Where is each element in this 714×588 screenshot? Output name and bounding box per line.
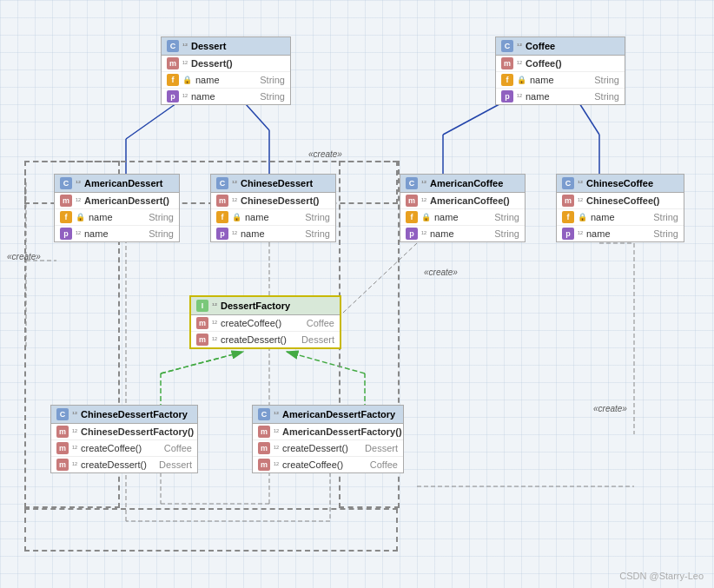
ac-f-badge: f	[406, 211, 418, 223]
ac-constructor-row: m ¹² AmericanCoffee()	[400, 193, 525, 209]
adf-header: C ¹² AmericanDessertFactory	[253, 406, 403, 424]
cc-badge-c: C	[562, 177, 574, 189]
adf-method2-row: m ¹² createCoffee() Coffee	[253, 457, 403, 472]
american-coffee-header: C ¹² AmericanCoffee	[400, 175, 525, 193]
chinese-dessert-factory-class: C ¹² ChineseDessertFactory m ¹² ChineseD…	[50, 405, 198, 473]
watermark: CSDN @Starry-Leo	[619, 571, 704, 581]
american-dessert-header: C ¹² AmericanDessert	[55, 175, 179, 193]
ac-field2-type: String	[487, 228, 519, 239]
dessert-constructor-row: m ¹² Dessert()	[162, 56, 290, 72]
dessert-field2-row: p ¹² name String	[162, 89, 290, 104]
ac-constructor: AmericanCoffee()	[430, 195, 510, 206]
cd-field1-row: f 🔒 name String	[211, 209, 335, 226]
cd-f-badge: f	[216, 211, 228, 223]
dessert-badge-small: ¹²	[182, 42, 188, 50]
ad-lock: 🔒	[76, 213, 85, 221]
cdf-constructor-row: m ¹² ChineseDessertFactory()	[51, 424, 197, 440]
dessert-f-badge: f	[167, 74, 179, 86]
cdf-title: ChineseDessertFactory	[81, 409, 188, 420]
cdf-badge-c: C	[56, 408, 69, 420]
ac-field2-name: name	[430, 228, 454, 239]
adf-method1-row: m ¹² createDessert() Dessert	[253, 440, 403, 457]
coffee-m-badge: m	[501, 57, 513, 69]
df-method2-name: createDessert()	[221, 334, 287, 345]
ac-field1-row: f 🔒 name String	[400, 209, 525, 226]
dessert-field1-row: f 🔒 name String	[162, 72, 290, 89]
cc-field1-row: f 🔒 name String	[557, 209, 684, 226]
ac-badge-c: C	[406, 177, 418, 189]
dessert-p-badge: p	[167, 90, 179, 102]
cd-constructor-row: m ¹² ChineseDessert()	[211, 193, 335, 209]
cc-field2-name: name	[586, 228, 611, 239]
adf-constructor-row: m ¹² AmericanDessertFactory()	[253, 424, 403, 440]
cdf-method2-type: Dessert	[152, 459, 192, 470]
cc-field2-type: String	[646, 228, 678, 239]
dessert-header: C ¹² Dessert	[162, 37, 290, 56]
svg-line-15	[161, 352, 243, 373]
american-coffee-title: AmericanCoffee	[430, 178, 503, 188]
chinese-coffee-title: ChineseCoffee	[586, 178, 653, 188]
coffee-p-badge: p	[501, 90, 513, 102]
chinese-coffee-header: C ¹² ChineseCoffee	[557, 175, 684, 193]
chinese-coffee-class: C ¹² ChineseCoffee m ¹² ChineseCoffee() …	[556, 174, 684, 242]
coffee-field1-type: String	[587, 75, 619, 85]
cd-field1-type: String	[298, 212, 330, 222]
svg-line-14	[287, 352, 365, 373]
cdf-m-badge3: m	[56, 459, 69, 471]
cd-lock: 🔒	[232, 213, 241, 221]
dessert-class: C ¹² Dessert m ¹² Dessert() f 🔒 name Str…	[161, 36, 291, 105]
cc-constructor-row: m ¹² ChineseCoffee()	[557, 193, 684, 209]
american-dessert-title: AmericanDessert	[84, 178, 163, 188]
svg-line-29	[343, 243, 417, 313]
dessert-field1-name: name	[195, 75, 220, 85]
df-badge-i: I	[196, 300, 208, 312]
chinese-dessert-class: C ¹² ChineseDessert m ¹² ChineseDessert(…	[210, 174, 336, 242]
dessert-factory-interface: I ¹² DessertFactory m ¹² createCoffee() …	[189, 295, 341, 349]
adf-method2-type: Coffee	[363, 459, 398, 470]
cc-m-badge: m	[562, 195, 574, 207]
cd-field2-type: String	[298, 228, 330, 239]
cc-field2-row: p ¹² name String	[557, 226, 684, 241]
create-label-1: «create»	[308, 149, 342, 159]
ac-m-badge: m	[406, 195, 418, 207]
cc-f-badge: f	[562, 211, 574, 223]
cc-lock: 🔒	[578, 213, 587, 221]
ad-field2-name: name	[84, 228, 109, 239]
coffee-class: C ¹² Coffee m ¹² Coffee() f 🔒 name Strin…	[495, 36, 625, 105]
cdf-method1-row: m ¹² createCoffee() Coffee	[51, 440, 197, 457]
cdf-method1-type: Coffee	[157, 443, 192, 453]
df-title: DessertFactory	[221, 301, 290, 311]
coffee-title: Coffee	[526, 41, 555, 51]
coffee-constructor-row: m ¹² Coffee()	[496, 56, 625, 72]
coffee-field1-name: name	[530, 75, 554, 85]
df-method1-row: m ¹² createCoffee() Coffee	[191, 315, 340, 332]
ad-field1-row: f 🔒 name String	[55, 209, 179, 226]
coffee-lock1: 🔒	[517, 76, 526, 84]
df-m-badge2: m	[196, 334, 208, 346]
coffee-field1-row: f 🔒 name String	[496, 72, 625, 89]
ad-field1-name: name	[89, 212, 113, 222]
cd-badge-c: C	[216, 177, 228, 189]
df-method2-type: Dessert	[294, 334, 334, 345]
ad-badge-c: C	[60, 177, 72, 189]
dessert-badge-c: C	[167, 40, 179, 52]
coffee-constructor-label: Coffee()	[526, 58, 562, 69]
cdf-method1-name: createCoffee()	[81, 443, 142, 453]
df-method1-name: createCoffee()	[221, 318, 281, 328]
ac-p-badge: p	[406, 228, 418, 240]
df-method1-type: Coffee	[300, 318, 334, 328]
adf-method1-name: createDessert()	[282, 443, 348, 453]
svg-line-12	[161, 352, 243, 373]
dessert-field2-name: name	[191, 91, 215, 102]
ad-p-badge: p	[60, 228, 72, 240]
ad-constructor-row: m ¹² AmericanDessert()	[55, 193, 179, 209]
ad-constructor: AmericanDessert()	[84, 195, 169, 206]
df-m-badge1: m	[196, 317, 208, 329]
ad-field1-type: String	[142, 212, 174, 222]
adf-method2-name: createCoffee()	[282, 459, 343, 470]
chinese-dessert-title: ChineseDessert	[241, 178, 313, 188]
ad-field2-row: p ¹² name String	[55, 226, 179, 241]
cd-field1-name: name	[245, 212, 269, 222]
coffee-badge-c: C	[501, 40, 513, 52]
dessert-lock1: 🔒	[182, 76, 192, 84]
